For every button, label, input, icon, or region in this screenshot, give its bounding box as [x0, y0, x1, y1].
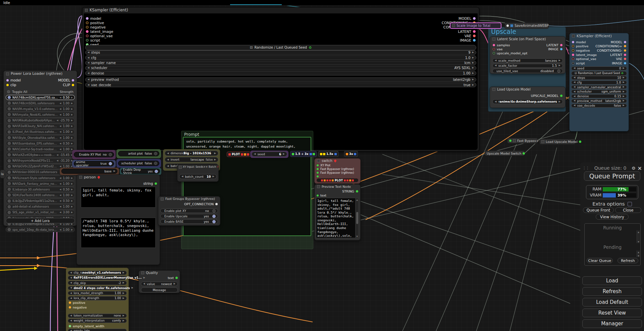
input-port-dot[interactable] — [572, 45, 574, 47]
increment-arrow-icon[interactable]: ▶ — [71, 182, 73, 185]
decrement-arrow-icon[interactable]: ◀ — [495, 59, 496, 62]
collapse-box-icon[interactable] — [161, 198, 164, 201]
pending-scrollbar[interactable]: ▲▼ — [637, 251, 640, 257]
clipped-widget-row[interactable]: ◀ empty_late — [68, 329, 127, 331]
lora-strength-value[interactable]: 1.00 — [63, 182, 69, 185]
ksampler-right-node[interactable]: KSampler (Efficient) model positive nega… — [569, 33, 629, 131]
toggle-knob[interactable] — [155, 170, 158, 173]
load-upscale-model-collapsed-node[interactable]: Load Upscale Model — [539, 139, 576, 145]
decrement-arrow-icon[interactable]: ◀ — [143, 283, 145, 285]
increment-arrow-icon[interactable]: ▶ — [71, 142, 73, 145]
plot-chip-node[interactable]: PLOT — [227, 152, 251, 157]
increment-arrow-icon[interactable]: ▶ — [472, 84, 474, 86]
increment-arrow-icon[interactable]: ▶ — [623, 86, 625, 88]
collapse-box-icon[interactable] — [141, 271, 144, 274]
decrement-arrow-icon[interactable]: ◀ — [88, 62, 89, 64]
decrement-arrow-icon[interactable]: ◀ — [70, 292, 72, 294]
increment-arrow-icon[interactable]: ▶ — [623, 100, 625, 102]
lora-row[interactable]: NAI\myalia_NoobXL.safetensors ◀ 1.00 ▶ — [6, 112, 75, 117]
increment-arrow-icon[interactable]: ▶ — [213, 175, 214, 178]
lora-strength-value[interactable]: 3.00 — [63, 211, 69, 214]
increment-arrow-icon[interactable]: ▶ — [71, 108, 73, 110]
widget-row[interactable]: ◀ sampler_name lcm ▶ — [85, 61, 476, 65]
preview-text-box[interactable]: 1girl, tall female, skinny, fox girl, ad… — [316, 198, 359, 238]
increment-arrow-icon[interactable]: ▶ — [114, 170, 115, 172]
lora-toggle[interactable] — [8, 136, 11, 139]
widget-row[interactable]: ◀ steps 10 ▶ — [571, 76, 627, 80]
queue-front-button[interactable]: Queue Front — [583, 207, 614, 213]
input-port-dot[interactable] — [493, 48, 495, 50]
decrement-arrow-icon[interactable]: ◀ — [57, 159, 58, 162]
lora-strength-value[interactable]: 1.00 — [63, 107, 69, 111]
lora-row[interactable]: StS_age_slider_v1_initial_release.safete… — [6, 210, 75, 215]
scroll-thumb[interactable] — [356, 212, 358, 224]
decrement-arrow-icon[interactable]: ◀ — [574, 76, 575, 79]
decrement-arrow-icon[interactable]: ◀ — [574, 91, 575, 93]
lora-row[interactable]: SDXLFaeTastic2400.safetensors ◀ 1.00 ▶ — [6, 192, 75, 198]
view-history-button[interactable]: View History — [596, 214, 629, 220]
group-toggle-row[interactable]: Enable plot XY no — [160, 209, 218, 213]
decrement-arrow-icon[interactable]: ◀ — [70, 272, 72, 274]
lora-row[interactable]: NAI\Colorful-Sq-tradi-noobaiXL_eps_v110_… — [6, 147, 75, 152]
menu-button[interactable]: Manager — [582, 319, 642, 328]
decrement-arrow-icon[interactable]: ◀ — [88, 72, 89, 74]
increment-arrow-icon[interactable]: ▶ — [472, 62, 474, 64]
input-port-dot[interactable] — [86, 35, 89, 37]
widget-row[interactable]: ◀ cfg 1.0 ▶ — [571, 80, 627, 85]
fast-bypass-node[interactable]: Fast Bypass+ — [507, 138, 538, 144]
collapse-box-icon[interactable] — [317, 185, 320, 188]
decrement-arrow-icon[interactable]: ◀ — [88, 51, 89, 54]
menu-button[interactable]: Load — [582, 276, 642, 285]
output-port-dot[interactable] — [624, 58, 626, 60]
output-port-dot[interactable] — [624, 41, 626, 43]
lora-strength-value[interactable]: -25.70 — [60, 119, 69, 122]
output-port-dot[interactable] — [473, 30, 476, 33]
lora-row[interactable]: NAI\Style_OtonobaAika.safetensors ◀ 1.00… — [6, 135, 75, 140]
widget-row[interactable]: ◀ dimensions Big - 1024x1536 ▶ — [165, 151, 218, 156]
preview-text-node[interactable]: Preview Text Node STRING text 1girl, tal… — [314, 184, 361, 240]
lora-row[interactable]: NAI\eXZvdG9ybw==-noobaiXLNAIXL_epsil... … — [6, 152, 75, 157]
decrement-arrow-icon[interactable]: ◀ — [574, 86, 575, 88]
decrement-arrow-icon[interactable]: ◀ — [70, 297, 72, 299]
input-port-dot[interactable] — [572, 54, 574, 56]
output-port-dot[interactable] — [560, 95, 562, 97]
collapse-box-icon[interactable] — [317, 159, 320, 162]
scale-3x-chip-node[interactable]: 3x — [344, 151, 358, 157]
collapse-box-icon[interactable] — [492, 88, 495, 91]
lora-row[interactable]: NAI\748cmSDXL.safetensors ◀ 1.00 ▶ — [6, 101, 75, 106]
lora-toggle[interactable] — [8, 171, 11, 174]
decrement-arrow-icon[interactable]: ◀ — [59, 130, 61, 133]
decrement-arrow-icon[interactable]: ◀ — [59, 148, 61, 151]
increment-arrow-icon[interactable]: ▶ — [123, 282, 124, 284]
lora-toggle[interactable] — [8, 153, 11, 156]
lora-toggle[interactable] — [8, 130, 11, 133]
lora-toggle[interactable] — [8, 142, 11, 145]
decrement-arrow-icon[interactable]: ◀ — [59, 188, 61, 191]
decrement-arrow-icon[interactable]: ◀ — [59, 228, 61, 231]
widget-row[interactable]: ◀ clip_name noobhyi_v1.safetensors ▶ — [68, 271, 127, 275]
lora-toggle[interactable] — [8, 119, 11, 122]
clip-port-dot[interactable] — [6, 84, 9, 86]
increment-arrow-icon[interactable]: ▶ — [123, 272, 124, 274]
scroll-up-icon[interactable]: ▲ — [638, 251, 639, 253]
artist-plot-widget[interactable]: artist plot false — [118, 151, 159, 156]
port-dot[interactable] — [509, 140, 512, 142]
decrement-arrow-icon[interactable]: ◀ — [495, 101, 496, 103]
input-port-dot[interactable] — [317, 168, 319, 170]
increment-arrow-icon[interactable]: ▶ — [71, 102, 73, 105]
latent-scale-node[interactable]: Latent Scale (on Pixel Space) samples va… — [490, 36, 566, 74]
lora-strength-value[interactable]: -15.45 — [60, 153, 69, 157]
widget-row[interactable]: ◀ cfg 1.0 ▶ — [85, 55, 476, 60]
decrement-arrow-icon[interactable]: ◀ — [88, 78, 89, 81]
decrement-arrow-icon[interactable]: ◀ — [59, 108, 61, 110]
decrement-arrow-icon[interactable]: ◀ — [59, 113, 61, 116]
lora-toggle[interactable] — [8, 102, 11, 105]
collapse-box-icon[interactable] — [79, 176, 82, 179]
batch-count-widget[interactable]: ◀ batch_count 10 ▶ — [179, 174, 217, 179]
increment-arrow-icon[interactable]: ▶ — [71, 200, 73, 202]
lora-row[interactable]: NAI\748cmSDXLvpred75S.safetensors ◀ 0.50… — [6, 95, 75, 100]
clip-out-dot[interactable] — [72, 84, 74, 86]
extra-options-checkbox[interactable] — [628, 202, 632, 206]
use-tiled-vae-toggle[interactable]: use_tiled_vae disabled — [492, 69, 563, 73]
input-port-dot[interactable] — [572, 41, 574, 43]
